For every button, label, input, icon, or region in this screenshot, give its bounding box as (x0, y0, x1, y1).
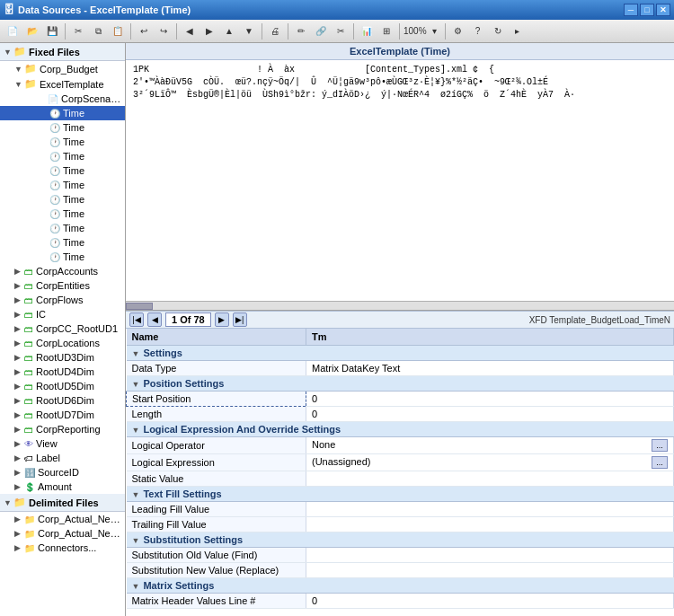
prop-logical-expression-name: Logical Expression (127, 454, 306, 471)
prop-matrix-header-value: 0 (306, 594, 674, 609)
tree-item-time-11[interactable]: 🕐 Time (0, 250, 125, 264)
tree-item-rootud6dim[interactable]: ▶ 🗃 RootUD6Dim (0, 393, 125, 408)
minimize-button[interactable]: ─ (624, 4, 638, 16)
tree-item-time-1[interactable]: 🕐 Time (0, 106, 125, 120)
rootud3-expand: ▶ (14, 353, 22, 362)
tree-item-rootud7dim[interactable]: ▶ 🗃 RootUD7Dim (0, 408, 125, 422)
tree-item-corp-flows[interactable]: ▶ 🗃 CorpFlows (0, 293, 125, 307)
prop-static-value-name: Static Value (127, 471, 306, 487)
open-button[interactable]: 📂 (23, 22, 41, 40)
hex-content: 1PK ! À àx [Content_Types].xml ¢ { 2'•™À… (126, 60, 674, 301)
time-3-label: Time (63, 136, 84, 147)
prop-data-type-value: Matrix DataKey Text (306, 361, 674, 376)
undo-button[interactable]: ↩ (135, 22, 153, 40)
tree-item-amount[interactable]: ▶ 💲 Amount (0, 480, 125, 494)
back-button[interactable]: ◀ (181, 22, 199, 40)
sourceid-expand: ▶ (14, 468, 22, 477)
tree-item-view[interactable]: ▶ 👁 View (0, 436, 125, 451)
tree-item-sourceid[interactable]: ▶ 🔢 SourceID (0, 465, 125, 480)
time-2-icon: 🕐 (49, 123, 60, 133)
paste-button[interactable]: 📋 (109, 22, 127, 40)
tree-item-time-5[interactable]: 🕐 Time (0, 163, 125, 178)
link-button[interactable]: 🔗 (312, 22, 330, 40)
corp-accounts-expand: ▶ (14, 267, 22, 276)
scissors-button[interactable]: ✂ (332, 22, 350, 40)
tree-item-rootud5dim[interactable]: ▶ 🗃 RootUD5Dim (0, 379, 125, 393)
time-5-icon: 🕐 (49, 166, 60, 176)
logical-operator-edit-btn[interactable]: ... (652, 439, 668, 452)
help-button[interactable]: ? (469, 22, 487, 40)
forward-button[interactable]: ▶ (200, 22, 218, 40)
tree-item-rootud4dim[interactable]: ▶ 🗃 RootUD4Dim (0, 365, 125, 379)
tree-item-corpcc-rootud1[interactable]: ▶ 🗃 CorpCC_RootUD1 (0, 321, 125, 336)
up-arrow-button[interactable]: ▲ (220, 22, 238, 40)
down-arrow-button[interactable]: ▼ (240, 22, 258, 40)
prop-row-matrix-header: Matrix Header Values Line # 0 (127, 594, 674, 609)
tree-item-corp-actual-2[interactable]: ▶ 📁 Corp_Actual_Netsuite (0, 526, 125, 541)
tree-item-rootud3dim[interactable]: ▶ 🗃 RootUD3Dim (0, 350, 125, 365)
hex-line-1: 1PK ! À àx [Content_Types].xml ¢ { (133, 64, 667, 76)
cut-button[interactable]: ✂ (69, 22, 87, 40)
tree-item-corp-locations[interactable]: ▶ 🗃 CorpLocations (0, 336, 125, 350)
time-10-label: Time (63, 237, 84, 248)
time-4-icon: 🕐 (49, 152, 60, 162)
label-expand: ▶ (14, 453, 22, 462)
connectors-icon: 📁 (24, 543, 35, 553)
rootud6-expand: ▶ (14, 396, 22, 405)
tree-item-time-6[interactable]: 🕐 Time (0, 178, 125, 192)
tree-item-time-4[interactable]: 🕐 Time (0, 149, 125, 163)
prop-data-type-name: Data Type (127, 361, 306, 376)
nav-last-button[interactable]: ▶| (233, 312, 247, 327)
zoom-dropdown-button[interactable]: ▾ (429, 22, 441, 40)
nav-next-button[interactable]: ▶ (215, 312, 229, 327)
tree-item-time-7[interactable]: 🕐 Time (0, 192, 125, 207)
section-position-settings: ▼Position Settings (127, 376, 674, 392)
hex-scrollbar[interactable] (126, 301, 674, 310)
tree-item-corp-accounts[interactable]: ▶ 🗃 CorpAccounts (0, 264, 125, 278)
tree-item-label[interactable]: ▶ 🏷 Label (0, 451, 125, 465)
tree-item-ic[interactable]: ▶ 🗃 IC (0, 307, 125, 321)
extra-button[interactable]: ▸ (509, 22, 527, 40)
redo-button[interactable]: ↪ (155, 22, 173, 40)
fixed-files-section[interactable]: ▼ 📁 Fixed Files (0, 43, 125, 61)
tree-item-connectors[interactable]: ▶ 📁 Connectors... (0, 541, 125, 555)
logical-expression-edit-btn[interactable]: ... (652, 456, 668, 469)
pencil-button[interactable]: ✏ (292, 22, 310, 40)
corpcc-label: CorpCC_RootUD1 (36, 323, 118, 334)
corp-budget-expand-icon: ▼ (14, 65, 22, 74)
time-1-icon: 🕐 (49, 109, 60, 119)
view-icon: 👁 (24, 439, 33, 449)
nav-prev-button[interactable]: ◀ (147, 312, 162, 327)
save-button[interactable]: 💾 (43, 22, 61, 40)
delimited-files-section[interactable]: ▼ 📁 Delimited Files (0, 494, 125, 512)
prop-start-position-name: Start Position (127, 392, 306, 407)
print-button[interactable]: 🖨 (266, 22, 284, 40)
position-section-label: Position Settings (143, 378, 224, 389)
maximize-button[interactable]: □ (640, 4, 654, 16)
tree-item-time-9[interactable]: 🕐 Time (0, 221, 125, 235)
rootud4-expand: ▶ (14, 367, 22, 376)
time-8-icon: 🕐 (49, 209, 60, 219)
refresh-button[interactable]: ↻ (489, 22, 507, 40)
copy-button[interactable]: ⧉ (89, 22, 107, 40)
tree-item-corp-reporting[interactable]: ▶ 🗃 CorpReporting (0, 422, 125, 436)
position-expand-icon: ▼ (132, 380, 140, 389)
tree-item-corp-scenarios[interactable]: 📄 CorpScenarios (0, 92, 125, 106)
tree-item-corp-entities[interactable]: ▶ 🗃 CorpEntities (0, 278, 125, 293)
tree-item-time-2[interactable]: 🕐 Time (0, 120, 125, 135)
time-10-icon: 🕐 (49, 238, 60, 248)
tree-item-corp-actual-1[interactable]: ▶ 📁 Corp_Actual_Netsuite (0, 512, 125, 526)
close-button[interactable]: ✕ (656, 4, 670, 16)
tree-item-corp-budget[interactable]: ▼ 📁 Corp_Budget (0, 61, 125, 76)
settings-button[interactable]: ⚙ (449, 22, 467, 40)
grid-button[interactable]: ⊞ (377, 22, 395, 40)
excel-template-label: ExcelTemplate (40, 79, 104, 90)
chart-button[interactable]: 📊 (358, 22, 376, 40)
tree-item-excel-template[interactable]: ▼ 📁 ExcelTemplate (0, 76, 125, 92)
corp-actual-2-label: Corp_Actual_Netsuite (38, 528, 121, 539)
new-button[interactable]: 📄 (4, 22, 22, 40)
tree-item-time-8[interactable]: 🕐 Time (0, 207, 125, 221)
nav-first-button[interactable]: |◀ (129, 312, 144, 327)
tree-item-time-3[interactable]: 🕐 Time (0, 135, 125, 149)
tree-item-time-10[interactable]: 🕐 Time (0, 235, 125, 250)
